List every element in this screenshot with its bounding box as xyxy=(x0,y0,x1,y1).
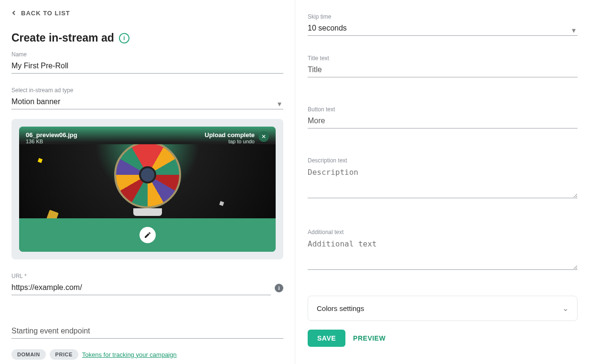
ad-type-select[interactable] xyxy=(11,95,283,109)
upload-file-name: 06_preview06.jpg xyxy=(26,131,77,139)
gift-decor xyxy=(46,210,59,218)
title-text-label: Title text xyxy=(308,55,578,62)
wheel-stand xyxy=(133,208,162,216)
save-button[interactable]: SAVE xyxy=(308,330,345,347)
close-upload-button[interactable]: ✕ xyxy=(258,131,269,142)
back-label: BACK TO LIST xyxy=(21,10,70,17)
url-input[interactable] xyxy=(11,280,271,295)
button-text-label: Button text xyxy=(308,106,578,113)
additional-textarea[interactable] xyxy=(308,236,578,270)
info-icon[interactable]: i xyxy=(119,33,129,43)
upload-undo-hint: tap to undo xyxy=(204,139,255,144)
name-input[interactable] xyxy=(11,59,283,74)
edit-creative-button[interactable] xyxy=(139,227,156,243)
colors-settings-accordion[interactable]: Colors settings ⌄ xyxy=(308,296,578,321)
description-textarea[interactable] xyxy=(308,165,578,198)
button-text-input[interactable] xyxy=(308,114,578,128)
wheel-center-icon xyxy=(139,166,156,183)
confetti-decor xyxy=(219,201,224,206)
description-text-label: Description text xyxy=(308,157,578,164)
pencil-icon xyxy=(144,231,151,239)
page-title: Create in-stream ad xyxy=(11,32,114,44)
price-chip[interactable]: PRICE xyxy=(50,349,78,360)
upload-status: Upload complete xyxy=(204,131,255,139)
starting-event-endpoint-input[interactable] xyxy=(11,324,283,339)
preview-button[interactable]: PREVIEW xyxy=(353,334,386,342)
chevron-left-icon xyxy=(11,11,16,15)
back-to-list-link[interactable]: BACK TO LIST xyxy=(11,10,70,17)
creative-preview-card: 06_preview06.jpg 136 KB Upload complete … xyxy=(11,119,283,259)
creative-image xyxy=(19,144,276,218)
tokens-tracking-link[interactable]: Tokens for tracking your campaign xyxy=(82,351,177,358)
skip-time-select[interactable] xyxy=(308,21,578,36)
ad-type-label: Select in-stream ad type xyxy=(11,87,283,94)
upload-file-size: 136 KB xyxy=(26,139,77,144)
colors-settings-title: Colors settings xyxy=(317,304,364,312)
name-label: Name xyxy=(11,51,283,58)
url-info-icon[interactable]: i xyxy=(275,284,283,292)
confetti-decor xyxy=(38,158,43,163)
url-label: URL * xyxy=(11,273,283,279)
additional-text-label: Additional text xyxy=(308,229,578,236)
chevron-down-icon: ⌄ xyxy=(562,304,569,313)
title-text-input[interactable] xyxy=(308,63,578,77)
domain-chip[interactable]: DOMAIN xyxy=(11,349,46,360)
skip-time-label: Skip time xyxy=(308,13,578,20)
